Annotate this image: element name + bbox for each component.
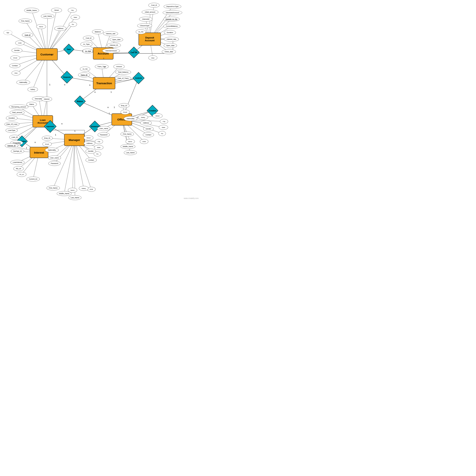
relation-label-controls: Controls [135,77,142,79]
cardinality-17: 1 [74,130,75,132]
attr-mg_nationality: Nationality [45,148,59,153]
entity-interest: Interest [30,147,48,158]
cardinality-1: n [90,50,91,52]
attr-da_acno: Ac_No [136,29,146,34]
attr-in_savingsint: Savings_int [11,149,24,153]
svg-line-100 [74,140,91,189]
attr-mg_username: User_name [48,155,61,160]
attr-da_deptype: DepositAccType [164,4,181,9]
attr-of_empid: Emp_ID [119,103,129,108]
attr-cust_street: Street [51,8,62,13]
attr-of_dob: DOB [140,139,148,144]
attr-acc_actype: Ac_Type [80,42,92,47]
attr-of_lastname: Last_Name [124,150,137,155]
attr-da_days: days [148,55,157,60]
attr-in_currint: Current_int [26,177,40,182]
relation-canbe: Can be [128,47,140,58]
attr-da_closedate: Close_date [162,49,176,54]
svg-line-97 [64,140,74,194]
attr-cust_city: City [68,8,77,13]
attr-of_gender: Gender [143,126,153,131]
attr-la_interest: Interest [41,97,52,102]
relation-governs: Governs [89,121,101,132]
cardinality-5: n [89,84,90,86]
attr-of_password: Password [98,132,110,137]
relation-label-requests: Requests [63,76,71,78]
attr-of_address: Address [140,120,152,125]
attr-mg_password: Password [48,161,61,166]
attr-la_dateofloan: Date_Of_Loan [4,122,19,127]
entity-customer: Customer [36,48,58,60]
attr-cust_pin: Pin [69,22,77,27]
attr-mg_state: State [94,145,103,150]
attr-of_salary: Salary [138,115,148,120]
cardinality-15: n [37,122,38,124]
attr-of_city: City [160,119,168,124]
relation-label-creates: Creates [149,110,156,112]
cardinality-4: 1 [49,84,51,86]
attr-cust_pan: PAN [12,71,20,75]
attr-la_loanid: Loan_ID [9,135,20,140]
watermark: www.creately.com [184,197,199,199]
entity-transaction: Transaction [93,77,115,89]
attr-cust_salary: Salary [28,87,38,92]
attr-cust_gender: Gender [12,48,22,53]
cardinality-7: n [104,66,105,68]
attr-acc_intamt: InterestAmount [102,48,120,53]
cardinality-16: 1 [55,134,56,136]
cardinality-0: 1 [82,50,84,52]
attr-in_rdint: RD_int [13,166,24,171]
attr-mg_salary: Salary [79,186,88,191]
attr-acc_intrate: Interest_rate [103,31,118,36]
attr-cust_middle: Middle_Name [24,8,39,13]
cardinality-9: n [94,91,96,93]
attr-mg_name: Name [68,188,77,193]
attr-da_intrate: Interest_rate [164,37,179,42]
attr-mg_firstname: First_Name [47,186,60,190]
attr-cust_custid: Cust_id [22,33,33,37]
attr-tr_dateoftrans: Date_of_Trans [115,76,131,81]
attr-da_custid: Cust_id [148,3,160,8]
attr-of_state: State [159,125,168,130]
svg-line-101 [74,140,84,188]
attr-acc_custid: Cust_id [83,36,94,41]
attr-acc_balance: Balance [92,29,103,34]
cardinality-14: n [61,123,63,125]
attr-la_loantype: LoanType [6,128,18,133]
attr-cust_lastname: Last_Name [41,14,54,18]
attr-mg_city: City [95,139,103,144]
attr-cust_state: State [71,15,80,20]
attr-in_intid: Interest_ID [5,143,18,148]
cardinality-8: 0..2 [134,50,137,52]
attr-tr_amount: Amount [113,64,125,69]
cardinality-6: 1 [103,58,104,60]
attr-da_initamt: Initial_amount [142,10,158,15]
attr-in_loanint: LoanInterest [10,160,25,165]
attr-in_fdint: FD_int [17,172,26,177]
attr-cust_firstname: First_Name [18,18,32,23]
attr-of_pin: Pin [158,131,166,136]
attr-da_currbal: CurrentBalance [163,24,180,29]
attr-tr_transtype: Trans_Type [95,64,109,69]
attr-cust_email: Email [10,55,20,60]
attr-mg_lastname: Last_Name [68,195,82,200]
attr-cust_dob: DOB [15,41,25,45]
attr-la_remaining: Remaining_amount [9,104,28,109]
attr-cust_age: Age [3,30,12,35]
cardinality-13: 1 [114,106,115,108]
attr-mg_street: Street [84,135,93,140]
attr-of_username: User_name [97,126,110,131]
cardinality-12: 1 [109,113,110,115]
attr-la_duration: Duration [6,116,17,120]
attr-da_intid: InterestId [139,17,153,22]
attr-mg_gender: Gender [85,149,96,153]
er-diagram: CustomerAccountDepositAccountTransaction… [0,0,201,201]
attr-mg_address: Address [84,141,95,146]
attr-da_closuretype: ClosureType [137,23,152,28]
entity-deposit_account: DepositAccount [138,33,161,46]
relation-label-governs: Governs [91,125,99,128]
cardinality-18: n [34,141,36,143]
attr-mg_empid: Emp_ID [42,136,53,141]
attr-da_opendate: Open_date [164,43,177,48]
relation-label-makes: Makes [77,100,83,102]
